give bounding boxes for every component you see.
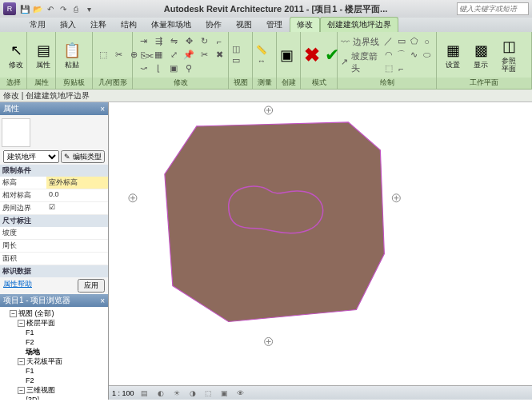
save-icon[interactable]: 💾 (19, 3, 30, 14)
circle-icon[interactable]: ○ (421, 35, 433, 48)
align-icon[interactable]: ⇥ (136, 35, 150, 48)
pin-icon[interactable]: 📌 (182, 49, 196, 62)
tab-manage[interactable]: 管理 (259, 17, 290, 32)
panel-label-geom: 几何图形 (93, 78, 132, 89)
close-icon[interactable]: × (100, 105, 105, 113)
edit-type-button[interactable]: ✎ 编辑类型 (61, 150, 105, 163)
prop-offset[interactable]: 0.0 (46, 189, 108, 201)
prop-slope[interactable] (46, 227, 108, 239)
expand-icon[interactable]: − (10, 310, 17, 317)
open-icon[interactable]: 📂 (32, 3, 43, 14)
trim-icon[interactable]: ⌐ (212, 35, 226, 48)
view2-icon[interactable]: ▭ (232, 55, 240, 66)
set-workplane-button[interactable]: ▦设置 (440, 39, 466, 70)
hide-isolate-icon[interactable]: 👁 (235, 388, 246, 399)
undo-icon[interactable]: ↶ (45, 3, 56, 14)
arc-icon[interactable]: ◠ (382, 49, 394, 62)
property-help-link[interactable]: 属性帮助 (3, 279, 32, 293)
search-input[interactable] (457, 2, 529, 15)
properties-button[interactable]: ▤属性 (30, 39, 56, 70)
array-icon[interactable]: ▦ (151, 49, 166, 62)
offset-icon[interactable]: ⇶ (151, 35, 166, 48)
properties-palette-header[interactable]: 属性 × (0, 102, 108, 115)
dim-icon[interactable]: ↔ (256, 56, 267, 66)
scale-icon[interactable]: ⤢ (166, 49, 181, 62)
corner-icon[interactable]: ⌊ (151, 62, 166, 75)
poly-icon[interactable]: ⬠ (408, 35, 420, 48)
properties-icon: ▤ (34, 41, 53, 60)
extend-icon[interactable]: ⤻ (136, 62, 150, 75)
line-icon[interactable]: ／ (382, 35, 394, 48)
prop-perimeter[interactable] (46, 240, 108, 252)
paste-button[interactable]: 📋粘贴 (59, 39, 85, 70)
modify-button[interactable]: ↖修改 (3, 39, 29, 70)
properties-grid[interactable]: 限制条件 标高室外标高 相对标高0.0 房间边界☑ 尺寸标注 坡度 周长 面积 … (0, 165, 108, 277)
tab-insert[interactable]: 插入 (53, 17, 83, 32)
view1-icon[interactable]: ◫ (232, 44, 240, 54)
drawing-canvas[interactable] (109, 102, 532, 400)
building-pad-shape[interactable] (165, 122, 384, 322)
expand-icon[interactable]: − (18, 358, 25, 365)
browser-palette-header[interactable]: 项目1 - 项目浏览器 × (0, 294, 108, 307)
group-icon[interactable]: ▣ (166, 62, 181, 75)
shadows-icon[interactable]: ◑ (187, 388, 198, 399)
fillet-icon[interactable]: ⌐ (395, 62, 407, 75)
tab-home[interactable]: 常用 (22, 17, 53, 32)
print-icon[interactable]: ⎙ (70, 3, 82, 14)
title-bar: R 💾 📂 ↶ ↷ ⎙ ▾ Autodesk Revit Architectur… (0, 0, 532, 18)
pick-icon[interactable]: ⬚ (382, 62, 394, 75)
ellipse-icon[interactable]: ⬭ (421, 49, 433, 62)
delete-icon[interactable]: ✖ (212, 49, 226, 62)
tab-view[interactable]: 视图 (229, 17, 259, 32)
expand-icon[interactable]: − (18, 387, 25, 394)
crop-region-icon[interactable]: ▣ (219, 388, 230, 399)
prop-room-bounding[interactable]: ☑ (46, 202, 108, 214)
tab-context-sketch[interactable]: 创建建筑地坪边界 (320, 17, 398, 32)
tab-collab[interactable]: 协作 (198, 17, 229, 32)
scale-control[interactable]: 1 : 100 (112, 389, 134, 397)
tab-modify[interactable]: 修改 (290, 17, 320, 32)
prop-level[interactable]: 室外标高 (46, 177, 108, 189)
type-selector[interactable]: 建筑地坪 (3, 150, 59, 163)
move-icon[interactable]: ✥ (182, 35, 196, 48)
detail-level-icon[interactable]: ▤ (139, 388, 150, 399)
qat-more-icon[interactable]: ▾ (83, 3, 94, 14)
ref-plane-button[interactable]: ◫参照 平面 (496, 35, 522, 74)
sun-path-icon[interactable]: ☀ (171, 388, 182, 399)
tree-item[interactable]: F2 (26, 376, 106, 385)
tree-item[interactable]: F1 (26, 366, 106, 376)
prop-area[interactable] (46, 253, 108, 265)
show-workplane-button[interactable]: ▩显示 (468, 39, 494, 70)
slope-arrow-button[interactable]: ↗坡度箭头 (341, 50, 380, 74)
mirror-icon[interactable]: ⇋ (166, 35, 181, 48)
spline-icon[interactable]: ∿ (408, 49, 420, 62)
app-menu-icon[interactable]: R (3, 2, 16, 15)
measure-icon[interactable]: 📏 (256, 45, 267, 55)
tab-annotate[interactable]: 注释 (83, 17, 114, 32)
rect-icon[interactable]: ▭ (395, 35, 407, 48)
tree-item[interactable]: 场地 (26, 347, 106, 356)
cut-geom-icon[interactable]: ✂ (111, 49, 126, 62)
split2-icon[interactable]: ✂ (197, 49, 211, 62)
tree-item[interactable]: F1 (26, 328, 106, 337)
close-icon[interactable]: × (100, 297, 105, 305)
redo-icon[interactable]: ↷ (58, 3, 69, 14)
cancel-sketch-button[interactable]: ✖ (304, 44, 320, 66)
rotate-icon[interactable]: ↻ (197, 35, 211, 48)
expand-icon[interactable]: − (18, 320, 25, 327)
tree-item[interactable]: F2 (26, 337, 106, 347)
arc3-icon[interactable]: ⌒ (395, 49, 407, 62)
copy-icon[interactable]: ⎘ (136, 49, 150, 62)
apply-button[interactable]: 应用 (78, 279, 105, 293)
set-plane-icon: ▦ (443, 41, 462, 60)
tree-item[interactable]: {3D} (26, 395, 106, 400)
crop-icon[interactable]: ⬚ (203, 388, 214, 399)
tab-structure[interactable]: 结构 (114, 17, 144, 32)
cope-icon[interactable]: ⬚ (96, 49, 110, 62)
project-browser[interactable]: −视图 (全部) −楼层平面 F1 F2 场地 −天花板平面 F1 (0, 307, 108, 400)
boundary-line-button[interactable]: 〰边界线 (341, 36, 380, 48)
visual-style-icon[interactable]: ◐ (155, 388, 166, 399)
tab-massing[interactable]: 体量和场地 (144, 17, 198, 32)
create-icon[interactable]: ▣ (280, 46, 294, 64)
unpin-icon[interactable]: ⚲ (182, 62, 196, 75)
